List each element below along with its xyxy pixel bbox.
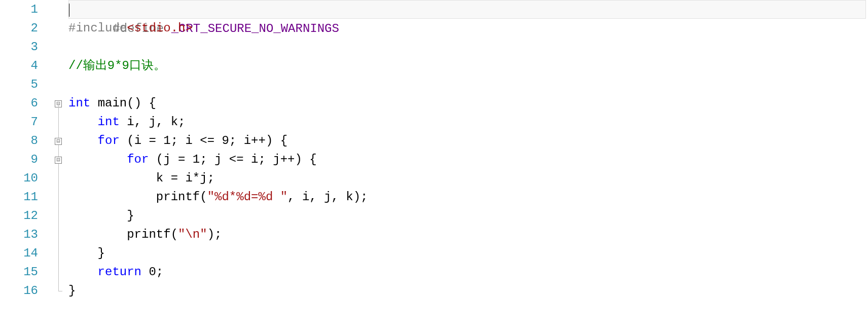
code-line[interactable]: k = i*j; bbox=[68, 169, 868, 188]
text-caret bbox=[69, 4, 69, 17]
comment-token: //输出9*9口诀。 bbox=[68, 59, 166, 72]
fold-cell bbox=[48, 56, 68, 75]
keyword-token: for bbox=[127, 153, 149, 166]
fold-cell bbox=[48, 0, 68, 19]
line-number: 11 bbox=[0, 188, 38, 206]
code-line[interactable] bbox=[68, 75, 868, 94]
text-token: } bbox=[68, 246, 105, 260]
line-number-gutter: 1 2 3 4 5 6 7 8 9 10 11 12 13 14 15 16 bbox=[0, 0, 48, 333]
code-line[interactable]: printf("%d*%d=%d ", i, j, k); bbox=[68, 188, 868, 206]
fold-cell[interactable]: ⊟ bbox=[48, 131, 68, 150]
fold-toggle-icon[interactable]: ⊟ bbox=[55, 157, 62, 164]
line-number: 16 bbox=[0, 281, 38, 300]
code-line[interactable]: //输出9*9口诀。 bbox=[68, 56, 868, 75]
line-number: 10 bbox=[0, 169, 38, 188]
fold-cell bbox=[48, 75, 68, 94]
fold-toggle-icon[interactable]: ⊟ bbox=[55, 138, 62, 145]
line-number: 15 bbox=[0, 263, 38, 281]
indent bbox=[68, 115, 98, 129]
function-token: printf( bbox=[156, 190, 207, 204]
fold-margin: ⊟ ⊟ ⊟ bbox=[48, 0, 68, 333]
line-number: 14 bbox=[0, 244, 38, 263]
code-line[interactable]: } bbox=[68, 281, 868, 300]
code-line[interactable]: int i, j, k; bbox=[68, 113, 868, 131]
line-number: 6 bbox=[0, 94, 38, 113]
text-token: 0; bbox=[141, 265, 163, 279]
text-token: , i, j, k); bbox=[287, 190, 368, 204]
code-line[interactable]: #define _CRT_SECURE_NO_WARNINGS bbox=[68, 0, 866, 19]
code-line[interactable]: #include<stdio.h> bbox=[68, 19, 868, 38]
line-number: 2 bbox=[0, 19, 38, 38]
indent bbox=[68, 134, 98, 147]
indent bbox=[68, 228, 127, 241]
line-number: 12 bbox=[0, 206, 38, 225]
fold-cell[interactable]: ⊟ bbox=[48, 150, 68, 169]
fold-cell bbox=[48, 206, 68, 225]
fold-cell bbox=[48, 19, 68, 38]
line-number: 3 bbox=[0, 38, 38, 56]
text-token: (i = 1; i <= 9; i++) { bbox=[120, 134, 287, 147]
code-text-area[interactable]: #define _CRT_SECURE_NO_WARNINGS #include… bbox=[68, 0, 868, 333]
indent bbox=[68, 153, 127, 166]
code-line[interactable]: for (i = 1; i <= 9; i++) { bbox=[68, 131, 868, 150]
line-number: 1 bbox=[0, 0, 38, 19]
keyword-token: int bbox=[68, 96, 90, 110]
code-line[interactable]: for (j = 1; j <= i; j++) { bbox=[68, 150, 868, 169]
indent bbox=[68, 265, 98, 279]
code-line[interactable]: } bbox=[68, 206, 868, 225]
line-number: 5 bbox=[0, 75, 38, 94]
text-token: (j = 1; j <= i; j++) { bbox=[149, 153, 316, 166]
line-number: 8 bbox=[0, 131, 38, 150]
fold-cell bbox=[48, 244, 68, 263]
fold-cell bbox=[48, 263, 68, 281]
fold-cell bbox=[48, 225, 68, 244]
keyword-token: return bbox=[98, 265, 141, 279]
text-token: k = i*j; bbox=[68, 171, 214, 185]
preprocessor-token: #include bbox=[68, 21, 127, 35]
text-token: i, j, k; bbox=[120, 115, 186, 129]
fold-cell bbox=[48, 188, 68, 206]
code-line[interactable]: printf("\n"); bbox=[68, 225, 868, 244]
fold-cell bbox=[48, 169, 68, 188]
fold-cell[interactable]: ⊟ bbox=[48, 94, 68, 113]
text-token bbox=[90, 96, 97, 110]
line-number: 9 bbox=[0, 150, 38, 169]
string-token: "%d*%d=%d " bbox=[207, 190, 287, 204]
keyword-token: for bbox=[98, 134, 120, 147]
include-string-token: <stdio.h> bbox=[127, 21, 193, 35]
function-token: printf( bbox=[127, 228, 178, 241]
fold-cell bbox=[48, 281, 68, 300]
indent bbox=[68, 190, 156, 204]
text-token: ); bbox=[207, 228, 222, 241]
code-editor[interactable]: 1 2 3 4 5 6 7 8 9 10 11 12 13 14 15 16 ⊟… bbox=[0, 0, 868, 333]
keyword-token: int bbox=[98, 115, 120, 129]
string-token: "\n" bbox=[178, 228, 207, 241]
text-token: main() { bbox=[98, 96, 156, 110]
line-number: 13 bbox=[0, 225, 38, 244]
code-line[interactable]: int main() { bbox=[68, 94, 868, 113]
code-line[interactable]: return 0; bbox=[68, 263, 868, 281]
line-number: 7 bbox=[0, 113, 38, 131]
text-token: } bbox=[68, 284, 76, 298]
text-token: } bbox=[68, 209, 134, 223]
fold-cell bbox=[48, 38, 68, 56]
code-line[interactable] bbox=[68, 38, 868, 56]
code-line[interactable]: } bbox=[68, 244, 868, 263]
line-number: 4 bbox=[0, 56, 38, 75]
fold-cell bbox=[48, 113, 68, 131]
